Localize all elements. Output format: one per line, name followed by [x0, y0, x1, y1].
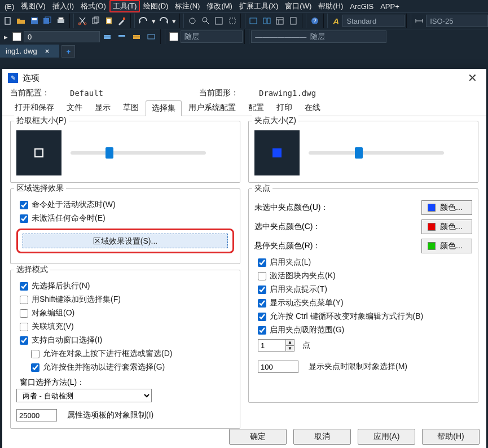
zoom-window-icon[interactable] — [213, 14, 225, 28]
menu-item-6[interactable]: 标注(N) — [172, 0, 203, 12]
redo-icon[interactable] — [158, 14, 170, 28]
menu-item-3[interactable]: 格式(O) — [77, 0, 109, 12]
chk-dyn-grip-menu[interactable]: 显示动态夹点菜单(Y) — [254, 296, 472, 310]
file-tabs: ing1. dwg × + — [0, 44, 488, 58]
text-style-dropdown[interactable]: Standard — [342, 15, 405, 27]
chk-block-grips[interactable]: 激活图块内夹点(K) — [254, 269, 472, 283]
chk-ctrl-cycle[interactable]: 允许按 Ctrl 键循环改变对象编辑方式行为(B) — [254, 310, 472, 323]
dialog-tab-0[interactable]: 打开和保存 — [9, 100, 60, 116]
apply-button[interactable]: 应用(A) — [358, 429, 415, 445]
gripsize-slider[interactable] — [309, 151, 444, 155]
chk-enable-grips[interactable]: 启用夹点(L) — [254, 256, 472, 269]
zoom-icon[interactable] — [200, 14, 212, 28]
help-icon[interactable]: ? — [309, 14, 321, 28]
layer-tool-icon-1[interactable] — [100, 30, 114, 43]
dim-style-dropdown[interactable]: ISO-25 — [426, 15, 488, 27]
chk-shift-add[interactable]: 用Shift键添加到选择集(F) — [16, 293, 234, 306]
cancel-button[interactable]: 取消 — [293, 429, 351, 445]
menu-item-8[interactable]: 扩展工具(X) — [236, 0, 282, 12]
menu-item-7[interactable]: 修改(M) — [203, 0, 236, 12]
grip-color-unselected-button[interactable]: 颜色... — [421, 200, 472, 215]
color-dropdown[interactable]: 随层 — [181, 30, 243, 43]
layer-tool-icon-2[interactable] — [115, 30, 129, 43]
menu-item-11[interactable]: ArcGIS — [346, 1, 377, 12]
print-icon[interactable] — [55, 14, 67, 28]
undo-dropdown-icon[interactable]: ▾ — [151, 14, 157, 28]
textstyle-icon[interactable]: A — [330, 14, 342, 28]
dialog-titlebar: ✎ 选项 ✕ — [2, 69, 486, 87]
dialog-tab-5[interactable]: 用户系统配置 — [183, 100, 241, 116]
chk-press-lasso[interactable]: 允许按住并拖动以进行套索选择(G) — [16, 361, 234, 374]
chk-assoc-hatch[interactable]: 关联填充(V) — [16, 320, 234, 333]
svg-rect-20 — [267, 18, 270, 24]
chk-noun-verb[interactable]: 先选择后执行(N) — [16, 279, 234, 293]
object-limit-input[interactable] — [16, 409, 57, 421]
grip-snap-spinner[interactable]: ▲▼ — [258, 339, 294, 352]
new-tab-button[interactable]: + — [61, 45, 75, 58]
ok-button[interactable]: 确定 — [229, 429, 287, 445]
layout2-icon[interactable] — [261, 14, 273, 28]
chk-auto-window[interactable]: 支持自动窗口选择(I) — [16, 333, 234, 347]
saveall-icon[interactable] — [42, 14, 54, 28]
redo-dropdown-icon[interactable]: ▾ — [171, 14, 177, 28]
menu-item-2[interactable]: 插入(I) — [49, 0, 77, 12]
new-icon[interactable] — [2, 14, 14, 28]
dimstyle-icon[interactable] — [414, 14, 426, 28]
chk-cmd-none[interactable]: 未激活任何命令时(E) — [16, 212, 234, 225]
menu-item-12[interactable]: APP+ — [377, 1, 403, 12]
dialog-tab-4[interactable]: 选择集 — [146, 100, 182, 116]
paste-icon[interactable] — [103, 14, 115, 28]
dialog-tab-2[interactable]: 显示 — [89, 100, 116, 116]
layer-tool-icon-4[interactable] — [144, 30, 158, 43]
close-tab-icon[interactable]: × — [45, 47, 50, 55]
layer-tool-icon-3[interactable] — [130, 30, 143, 43]
color-swatch[interactable] — [169, 32, 178, 41]
spin-down[interactable]: ▼ — [285, 345, 294, 352]
chk-cmd-active[interactable]: 命令处于活动状态时(W) — [16, 198, 234, 212]
svg-rect-2 — [32, 18, 37, 20]
grip-object-limit-input[interactable] — [258, 361, 298, 373]
spin-up[interactable]: ▲ — [285, 339, 294, 345]
window-method-select[interactable]: 两者 - 自动检测 — [16, 389, 152, 402]
zoom-extents-icon[interactable] — [226, 14, 239, 28]
pickbox-slider[interactable] — [71, 151, 206, 155]
grip-snap-value[interactable] — [258, 339, 286, 352]
help-button[interactable]: 帮助(H) — [422, 429, 480, 445]
layer-props-icon[interactable]: ▸ — [2, 30, 10, 43]
menu-item-5[interactable]: 绘图(D) — [140, 0, 172, 12]
chk-grip-snap-range[interactable]: 启用夹点吸附范围(G) — [254, 323, 472, 337]
file-tab-active[interactable]: ing1. dwg × — [0, 45, 59, 58]
dialog-tab-3[interactable]: 草图 — [117, 100, 144, 116]
save-icon[interactable] — [28, 14, 41, 28]
chk-object-group[interactable]: 对象编组(O) — [16, 306, 234, 320]
dialog-tabs: 打开和保存文件显示草图选择集用户系统配置配置打印在线 — [2, 100, 486, 116]
pan-icon[interactable] — [186, 14, 199, 28]
copy-icon[interactable] — [89, 14, 102, 28]
menu-item-4[interactable]: 工具(T) — [109, 0, 140, 12]
region-effect-settings-button[interactable]: 区域效果设置(S)... — [23, 234, 228, 248]
grip-color-selected-button[interactable]: 颜色... — [421, 219, 472, 234]
cut-icon[interactable] — [76, 14, 89, 28]
chk-grip-tips[interactable]: 启用夹点提示(T) — [254, 283, 472, 296]
layer-dropdown[interactable]: 0 — [24, 31, 100, 42]
menu-item-1[interactable]: 视图(V) — [17, 0, 49, 12]
layer-color-swatch[interactable] — [12, 32, 21, 41]
dialog-tab-1[interactable]: 文件 — [61, 100, 88, 116]
dialog-tab-8[interactable]: 在线 — [299, 100, 326, 116]
open-icon[interactable] — [15, 14, 28, 28]
menu-item-0[interactable]: (E) — [1, 1, 17, 12]
calc-icon[interactable] — [287, 14, 300, 28]
chk-press-drag-box[interactable]: 允许在对象上按下进行框选或窗选(D) — [16, 347, 234, 361]
matchprop-icon[interactable] — [116, 14, 129, 28]
options-dialog: ✎ 选项 ✕ 当前配置： Default 当前图形： Drawing1.dwg … — [2, 69, 486, 448]
menu-item-10[interactable]: 帮助(H) — [315, 0, 346, 12]
undo-icon[interactable] — [137, 14, 150, 28]
layout1-icon[interactable] — [248, 14, 260, 28]
dialog-tab-7[interactable]: 打印 — [271, 100, 298, 116]
grip-color-hover-button[interactable]: 颜色... — [421, 239, 472, 253]
properties-icon[interactable] — [274, 14, 287, 28]
linetype-dropdown[interactable]: ——————— 随层 — [251, 30, 386, 43]
dialog-tab-6[interactable]: 配置 — [243, 100, 270, 116]
menu-item-9[interactable]: 窗口(W) — [282, 0, 315, 12]
close-button[interactable]: ✕ — [464, 70, 481, 86]
